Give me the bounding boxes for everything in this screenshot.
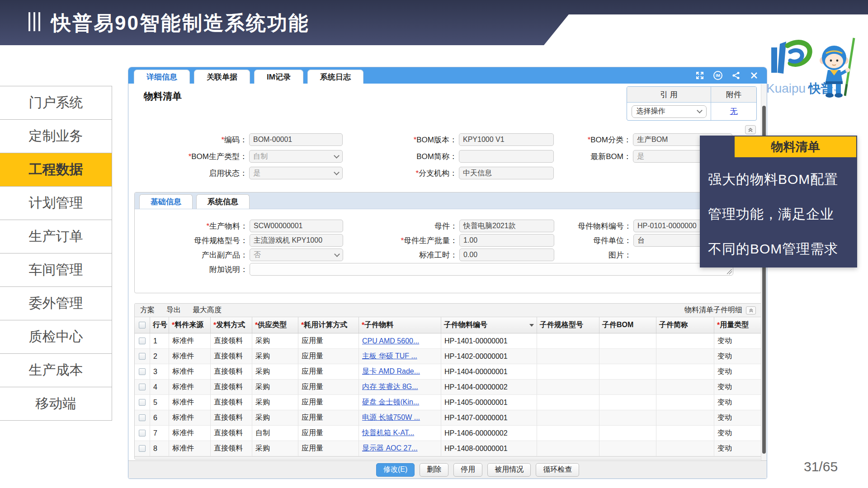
bom-short-input[interactable]: [459, 150, 554, 163]
enable-status-select[interactable]: 是: [249, 167, 343, 179]
row-checkbox[interactable]: [139, 430, 146, 436]
cell: 采购: [252, 395, 298, 410]
close-icon[interactable]: [750, 71, 759, 80]
parent-input[interactable]: 快普电脑2021款: [459, 220, 554, 232]
grid-header-5[interactable]: *耗用计算方式: [298, 317, 359, 333]
grid-header-label: 用量类型: [720, 320, 749, 330]
sidebar-item-8[interactable]: 质检中心: [0, 320, 112, 354]
toolbar-plan[interactable]: 方案: [140, 305, 155, 315]
sidebar-item-7[interactable]: 委外管理: [0, 287, 112, 320]
tab-3[interactable]: IM记录: [254, 70, 303, 84]
footer-button-3[interactable]: 停用: [453, 463, 482, 477]
cell: [599, 441, 656, 456]
sidebar-item-5[interactable]: 生产订单: [0, 220, 112, 253]
subitem-link[interactable]: 快普机箱 K-AT...: [362, 428, 414, 438]
row-checkbox[interactable]: [139, 414, 146, 421]
field-bom-version: *BOM版本： KPY1000 V1: [363, 133, 554, 146]
cell: HP-1406-00000002: [441, 426, 537, 441]
std-hours-input[interactable]: 0.00: [459, 249, 554, 261]
sidebar-item-3[interactable]: 工程数据: [0, 153, 112, 187]
cell: [599, 410, 656, 426]
sidebar-item-1[interactable]: 门户系统: [0, 86, 112, 120]
code-input[interactable]: BOM-00001: [249, 133, 343, 146]
footer-button-5[interactable]: 循环检查: [536, 463, 579, 477]
sidebar-item-2[interactable]: 定制业务: [0, 120, 112, 153]
tab-2[interactable]: 关联单据: [194, 70, 250, 84]
subitem-link[interactable]: 主板 华硕 TUF ...: [362, 352, 417, 361]
sidebar-item-4[interactable]: 计划管理: [0, 187, 112, 220]
filter-arrow-icon[interactable]: [529, 324, 534, 327]
tab-1[interactable]: 详细信息: [134, 70, 190, 84]
resize-handle[interactable]: [727, 269, 732, 274]
cell: HP-1401-00000001: [441, 333, 537, 349]
grid-header-8[interactable]: 子件规格型号: [537, 317, 599, 333]
subtab-2[interactable]: 系统信息: [196, 194, 250, 209]
cell: [599, 426, 656, 441]
toolbar-max-height[interactable]: 最大高度: [193, 305, 222, 315]
grid-header-0[interactable]: [135, 317, 150, 333]
prod-material-input[interactable]: SCW00000001: [250, 220, 343, 232]
attachment-none-link[interactable]: 无: [730, 106, 738, 117]
cell: 应用量: [298, 410, 359, 426]
cell: 直接领料: [211, 395, 252, 410]
cell: 变动: [714, 349, 762, 364]
cell: 应用量: [298, 380, 359, 395]
cell: [537, 364, 599, 380]
cell: 自制: [252, 426, 298, 441]
branch-input[interactable]: 中天信息: [459, 167, 554, 179]
grid-header-4[interactable]: *供应类型: [252, 317, 298, 333]
grid-header-6[interactable]: *子件物料: [359, 317, 441, 333]
chevron-down-icon: [334, 251, 340, 257]
parent-batch-input[interactable]: 1.00: [459, 234, 554, 247]
cell: 显示器 AOC 27...: [359, 441, 441, 456]
grid-header-3[interactable]: *发料方式: [211, 317, 252, 333]
sidebar-item-10[interactable]: 移动端: [0, 387, 112, 421]
footer-button-2[interactable]: 删除: [420, 463, 448, 477]
subitem-link[interactable]: 硬盘 金士顿(Kin...: [362, 398, 419, 407]
row-checkbox[interactable]: [139, 399, 146, 406]
subitem-link[interactable]: 内存 英睿达 8G...: [362, 382, 418, 392]
subitem-link[interactable]: CPU AMD 5600...: [362, 337, 419, 345]
grid-header-7[interactable]: 子件物料编号: [441, 317, 537, 333]
page-title: 物料清单: [144, 90, 182, 103]
cell: 硬盘 金士顿(Kin...: [359, 395, 441, 410]
row-checkbox[interactable]: [139, 445, 146, 452]
toolbar-export[interactable]: 导出: [166, 305, 181, 315]
grid-header-label: 子件BOM: [602, 320, 633, 330]
bom-type-select[interactable]: 自制: [249, 150, 343, 163]
subitem-link[interactable]: 电源 长城750W ...: [362, 413, 420, 422]
cell: [599, 333, 656, 349]
grid-header-11[interactable]: *用量类型: [714, 317, 762, 333]
sidebar-item-9[interactable]: 生产成本: [0, 354, 112, 387]
byproduct-select[interactable]: 否: [250, 249, 343, 261]
row-checkbox[interactable]: [139, 384, 146, 390]
grid-header-9[interactable]: 子件BOM: [599, 317, 656, 333]
callout-text: 强大的物料BOM配置管理功能，满足企业不同的BOM管理需求: [708, 162, 838, 266]
grid-header-1[interactable]: 行号: [150, 317, 169, 333]
row-checkbox[interactable]: [139, 338, 146, 344]
parent-spec-input[interactable]: 主流游戏机 KPY1000: [250, 234, 343, 247]
select-all-checkbox[interactable]: [139, 322, 146, 328]
subitem-link[interactable]: 显卡 AMD Rade...: [362, 367, 420, 376]
share-icon[interactable]: [731, 71, 741, 80]
footer-button-1[interactable]: 修改(E): [376, 463, 415, 477]
note-textarea[interactable]: [250, 263, 733, 276]
subtab-1[interactable]: 基础信息: [139, 194, 193, 209]
sidebar-item-6[interactable]: 车间管理: [0, 253, 112, 287]
tab-4[interactable]: 系统日志: [307, 70, 363, 84]
subitem-link[interactable]: 显示器 AOC 27...: [362, 444, 418, 453]
operation-select[interactable]: 选择操作: [632, 105, 707, 118]
grid-header-row: 行号*料件来源*发料方式*供应类型*耗用计算方式*子件物料子件物料编号子件规格型…: [135, 317, 761, 333]
collapse-form-button[interactable]: [745, 125, 756, 134]
grid-horizontal-scrollbar[interactable]: [135, 456, 761, 460]
footer-button-4[interactable]: 被用情况: [487, 463, 531, 477]
cell: 电源 长城750W ...: [359, 410, 441, 426]
row-checkbox[interactable]: [139, 368, 146, 375]
bom-version-input[interactable]: KPY1000 V1: [459, 133, 554, 146]
row-checkbox[interactable]: [139, 353, 146, 360]
fullscreen-icon[interactable]: [695, 71, 704, 80]
grid-header-2[interactable]: *料件来源: [169, 317, 211, 333]
im-icon[interactable]: IM: [713, 71, 722, 80]
grid-header-10[interactable]: 子件简称: [656, 317, 714, 333]
collapse-grid-button[interactable]: [746, 306, 756, 314]
